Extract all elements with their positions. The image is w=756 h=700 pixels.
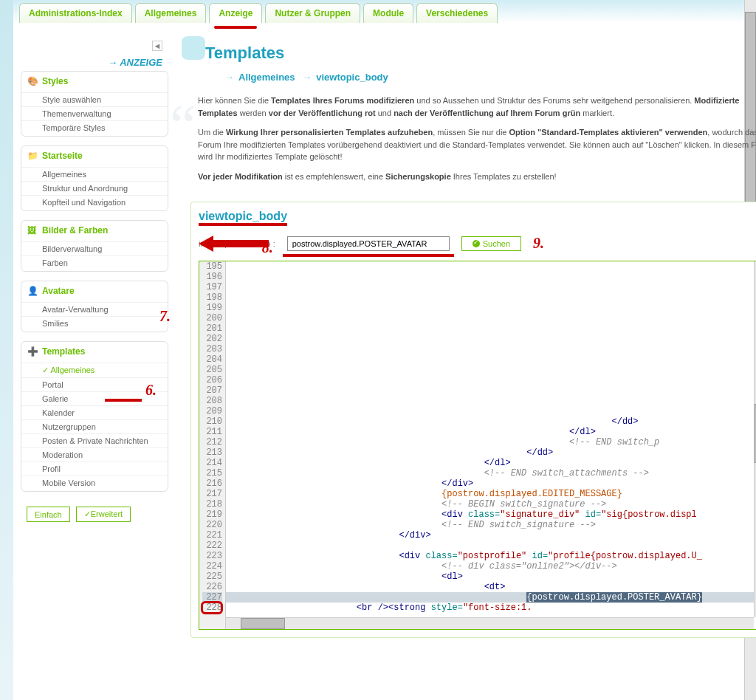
tab-anzeige[interactable]: Anzeige	[209, 3, 262, 23]
tab-allgemeines[interactable]: Allgemeines	[135, 3, 207, 23]
sidebar: ◄ ANZEIGE 🎨StylesStyle auswählenThemenve…	[21, 38, 168, 645]
sidebar-section-styles: 🎨StylesStyle auswählenThemenverwaltungTe…	[21, 71, 168, 137]
breadcrumb: →Allgemeines →viewtopic_body	[190, 72, 756, 95]
template-search-input[interactable]	[287, 236, 450, 251]
editor-hscroll[interactable]	[226, 617, 754, 629]
tab-verschiedenes[interactable]: Verschiedenes	[416, 3, 498, 23]
main-content: Templates →Allgemeines →viewtopic_body “…	[168, 38, 756, 645]
tab-module[interactable]: Module	[363, 3, 413, 23]
sidebar-section-templates: ➕TemplatesAllgemeinesPortalGalerieKalend…	[21, 341, 168, 492]
info-box: “ Hier können Sie die Templates Ihres Fo…	[190, 95, 756, 202]
sidebar-item-smilies[interactable]: Smilies	[21, 316, 168, 330]
tab-administrations-index[interactable]: Administrations-Index	[19, 3, 132, 23]
tab-nutzer-gruppen[interactable]: Nutzer & Gruppen	[265, 3, 360, 23]
sidebar-item-allgemeines[interactable]: Allgemeines	[21, 363, 168, 377]
editor-title: viewtopic_body	[199, 210, 756, 229]
search-button[interactable]: Suchen	[461, 236, 521, 251]
sidebar-item-style-ausw-hlen[interactable]: Style auswählen	[21, 92, 168, 106]
palette-icon: 🎨	[27, 76, 38, 86]
sidebar-item-avatar-verwaltung[interactable]: Avatar-Verwaltung	[21, 302, 168, 316]
svg-marker-0	[199, 236, 269, 252]
sidebar-item-struktur-und-anordnung[interactable]: Struktur und Anordnung	[21, 181, 168, 195]
annotation-arrow-9	[199, 233, 280, 255]
annotation-9: 9.	[533, 235, 544, 252]
sidebar-section-startseite: 📁StartseiteAllgemeinesStruktur und Anord…	[21, 145, 168, 211]
check-icon	[472, 240, 480, 247]
page-title: Templates	[190, 38, 756, 72]
sidebar-item-kalender[interactable]: Kalender	[21, 405, 168, 419]
line-gutter: 1951961971981992002012022032042052062072…	[199, 261, 226, 629]
image-icon: 🖼	[27, 225, 38, 236]
breadcrumb-item[interactable]: viewtopic_body	[316, 72, 388, 83]
template-editor-panel: viewtopic_body 7. im Template suchen : 8…	[190, 202, 756, 638]
main-tabs: Administrations-IndexAllgemeinesAnzeigeN…	[13, 0, 744, 23]
plus-icon: ➕	[27, 346, 38, 357]
code-editor[interactable]: 1951961971981992002012022032042052062072…	[199, 261, 756, 630]
sidebar-item-nutzergruppen[interactable]: Nutzergruppen	[21, 419, 168, 433]
mode-simple-button[interactable]: Einfach	[27, 507, 70, 522]
annotation-6: 6.	[105, 382, 157, 399]
sidebar-item-themenverwaltung[interactable]: Themenverwaltung	[21, 106, 168, 120]
sidebar-section-avatare: 👤AvatareAvatar-VerwaltungSmilies	[21, 281, 168, 332]
back-button[interactable]: ◄	[21, 38, 168, 54]
annotation-line-227	[201, 601, 223, 614]
mode-advanced-button[interactable]: ✓Erweitert	[76, 507, 131, 522]
sidebar-heading: ANZEIGE	[21, 54, 168, 71]
sidebar-item-tempor-re-styles[interactable]: Temporäre Styles	[21, 120, 168, 134]
sidebar-item-profil[interactable]: Profil	[21, 461, 168, 476]
sidebar-item-mobile-version[interactable]: Mobile Version	[21, 476, 168, 490]
code-content[interactable]: < </dd> </dl>	[226, 261, 756, 629]
annotation-7: 7.	[159, 308, 171, 325]
sidebar-item-kopfteil-und-navigation[interactable]: Kopfteil und Navigation	[21, 195, 168, 209]
home-icon: 📁	[27, 151, 38, 161]
sidebar-item-allgemeines[interactable]: Allgemeines	[21, 167, 168, 181]
sidebar-item-moderation[interactable]: Moderation	[21, 447, 168, 461]
avatar-icon: 👤	[27, 286, 38, 296]
sidebar-section-bilder-farben: 🖼Bilder & FarbenBilderverwaltungFarben	[21, 220, 168, 272]
breadcrumb-item[interactable]: Allgemeines	[238, 72, 295, 83]
sidebar-item-bilderverwaltung[interactable]: Bilderverwaltung	[21, 241, 168, 255]
sidebar-item-posten-private-nachrichten[interactable]: Posten & Private Nachrichten	[21, 433, 168, 447]
sidebar-item-farben[interactable]: Farben	[21, 255, 168, 270]
